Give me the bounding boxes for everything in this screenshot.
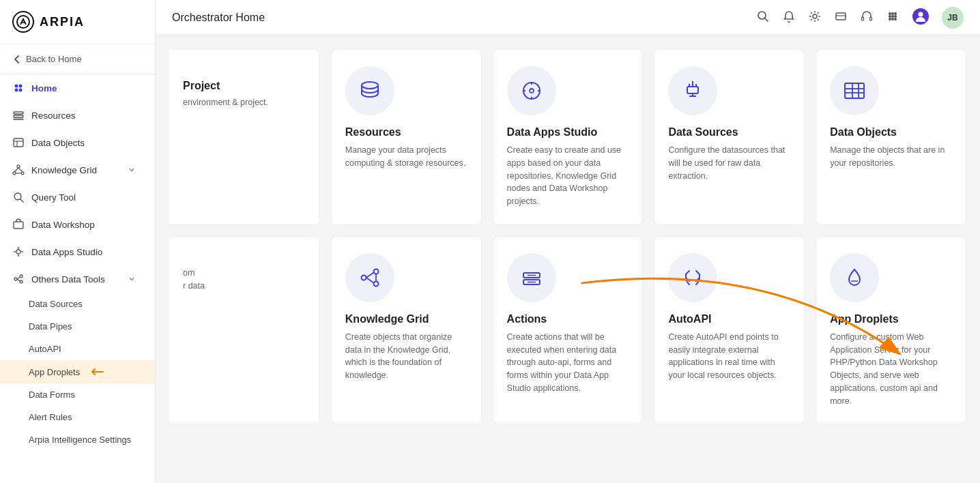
data-workshop-icon — [12, 218, 25, 231]
svg-rect-8 — [14, 138, 23, 147]
card-partial-row2[interactable]: omr data — [169, 236, 320, 425]
sidebar: ARPIA Back to Home Home Resources — [0, 0, 156, 483]
share-icon[interactable] — [834, 10, 848, 26]
apps-icon[interactable] — [886, 10, 899, 26]
svg-point-48 — [889, 15, 891, 18]
svg-point-55 — [919, 12, 923, 16]
svg-line-31 — [765, 18, 768, 21]
sidebar-item-data-workshop[interactable]: Data Workshop — [0, 211, 155, 238]
svg-point-76 — [373, 281, 378, 286]
svg-point-0 — [17, 16, 29, 28]
svg-point-3 — [15, 89, 18, 92]
svg-line-39 — [818, 12, 819, 14]
sidebar-item-query-tool[interactable]: Query Tool — [0, 184, 155, 211]
card-actions[interactable]: Actions Create actions that will be exec… — [493, 236, 644, 425]
card-data-apps-studio-icon-wrap — [507, 66, 556, 115]
svg-point-1 — [15, 85, 18, 88]
card-autoapi-icon-wrap — [668, 253, 717, 302]
search-icon[interactable] — [756, 10, 770, 26]
chevron-down-icon — [128, 166, 136, 174]
sidebar-item-data-workshop-label: Data Workshop — [31, 220, 95, 230]
sidebar-item-query-tool-label: Query Tool — [31, 192, 76, 203]
avatar[interactable]: JB — [942, 7, 964, 29]
svg-point-25 — [14, 278, 17, 280]
card-data-objects-title: Data Objects — [830, 126, 952, 138]
svg-line-38 — [818, 19, 819, 20]
chevron-down-icon-2 — [128, 275, 136, 283]
support-icon[interactable] — [860, 10, 874, 26]
content-area: Project environment & project. Resources… — [156, 35, 980, 483]
svg-point-45 — [889, 12, 891, 15]
svg-point-26 — [20, 275, 23, 278]
card-resources-desc: Manage your data projects computing & st… — [345, 144, 467, 170]
svg-point-53 — [894, 18, 897, 20]
svg-point-51 — [889, 18, 891, 20]
notification-icon[interactable] — [782, 10, 796, 26]
user-icon[interactable] — [912, 8, 929, 28]
svg-rect-19 — [14, 222, 23, 229]
card-knowledge-grid-title: Knowledge Grid — [345, 313, 467, 325]
others-data-tools-icon — [12, 273, 25, 285]
card-actions-icon-wrap — [507, 253, 556, 302]
card-actions-title: Actions — [507, 313, 629, 325]
svg-rect-41 — [836, 13, 846, 20]
card-project[interactable]: Project environment & project. — [169, 49, 320, 225]
cards-row-1: Project environment & project. Resources… — [169, 49, 966, 225]
svg-point-50 — [894, 15, 897, 18]
card-data-apps-studio[interactable]: Data Apps Studio Create easy to create a… — [493, 49, 644, 225]
sidebar-item-data-apps-studio[interactable]: Data Apps Studio — [0, 238, 155, 265]
sidebar-sub-item-data-sources[interactable]: Data Sources — [0, 293, 155, 315]
data-apps-studio-icon — [12, 246, 25, 258]
sidebar-item-home-label: Home — [31, 83, 57, 93]
sidebar-sub-item-data-pipes[interactable]: Data Pipes — [0, 315, 155, 338]
sidebar-item-knowledge-grid[interactable]: Knowledge Grid — [0, 156, 155, 184]
card-data-apps-studio-desc: Create easy to create and use apps based… — [507, 144, 629, 208]
sidebar-sub-item-arpia-intelligence[interactable]: Arpia Intelligence Settings — [0, 428, 155, 451]
svg-point-75 — [373, 269, 378, 274]
svg-point-13 — [21, 172, 24, 175]
plug-icon — [680, 78, 706, 104]
card-project-title: Project — [183, 80, 306, 92]
logo-text: ARPIA — [40, 15, 85, 29]
svg-point-30 — [758, 12, 766, 19]
arrow-left-indicator-icon — [88, 366, 104, 377]
card-autoapi[interactable]: AutoAPI Create AutoAPI end points to eas… — [654, 236, 805, 425]
card-resources-title: Resources — [345, 126, 467, 138]
sidebar-item-data-objects[interactable]: Data Objects — [0, 129, 155, 156]
sidebar-item-data-apps-studio-label: Data Apps Studio — [31, 247, 102, 257]
network-icon — [357, 265, 383, 291]
svg-rect-5 — [14, 112, 23, 114]
sidebar-sub-item-auto-api[interactable]: AutoAPI — [0, 338, 155, 360]
back-to-home-button[interactable]: Back to Home — [0, 44, 155, 74]
sidebar-sub-item-app-droplets[interactable]: App Droplets — [0, 360, 155, 383]
svg-point-32 — [813, 14, 817, 18]
cards-row-2: omr data Know — [169, 236, 966, 425]
card-data-sources[interactable]: Data Sources Configure the datasources t… — [654, 49, 805, 225]
svg-point-62 — [530, 89, 534, 93]
card-knowledge-grid[interactable]: Knowledge Grid Create objects that organ… — [331, 236, 482, 425]
svg-point-74 — [361, 275, 366, 280]
sidebar-item-resources[interactable]: Resources — [0, 102, 155, 129]
sidebar-item-others-data-tools-label: Others Data Tools — [31, 274, 105, 284]
database-icon — [357, 78, 383, 104]
svg-point-52 — [891, 18, 894, 20]
card-data-objects[interactable]: Data Objects Manage the objects that are… — [816, 49, 966, 225]
svg-line-15 — [18, 168, 23, 172]
svg-point-2 — [19, 85, 23, 88]
card-app-droplets-icon-wrap — [830, 253, 879, 302]
sidebar-item-resources-label: Resources — [31, 111, 76, 121]
sidebar-item-home[interactable]: Home — [0, 74, 155, 102]
svg-point-47 — [894, 12, 897, 15]
back-arrow-icon — [12, 55, 22, 64]
svg-point-4 — [19, 89, 23, 92]
card-app-droplets[interactable]: App Droplets Configure a custom Web Appl… — [816, 236, 966, 425]
theme-icon[interactable] — [808, 10, 822, 26]
sidebar-sub-item-alert-rules[interactable]: Alert Rules — [0, 406, 155, 428]
card-data-sources-title: Data Sources — [668, 126, 790, 138]
card-resources[interactable]: Resources Manage your data projects comp… — [331, 49, 482, 225]
sidebar-item-knowledge-grid-label: Knowledge Grid — [31, 165, 97, 175]
sidebar-sub-item-data-forms[interactable]: Data Forms — [0, 383, 155, 406]
sidebar-item-others-data-tools[interactable]: Others Data Tools — [0, 265, 155, 293]
svg-point-27 — [20, 280, 23, 283]
svg-point-49 — [891, 15, 894, 18]
